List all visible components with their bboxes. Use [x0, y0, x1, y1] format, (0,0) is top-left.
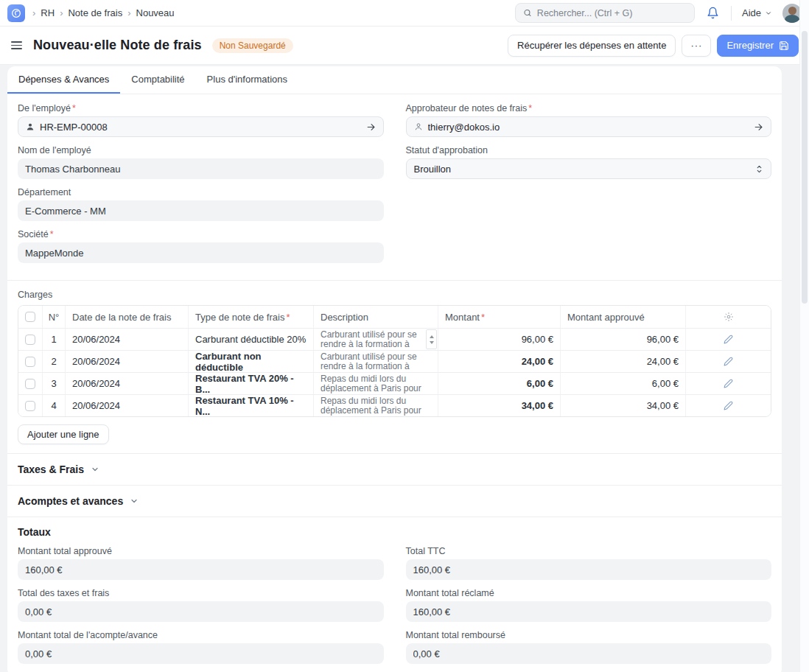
employee-input[interactable]: HR-EMP-00008: [18, 116, 384, 137]
edit-row-pencil-icon[interactable]: [724, 335, 733, 344]
row-checkbox[interactable]: [25, 401, 35, 411]
app-logo[interactable]: [7, 4, 25, 22]
edit-row-pencil-icon[interactable]: [724, 379, 733, 388]
grand-total-value: 160,00 €: [413, 564, 765, 575]
grand-total-input: 160,00 €: [406, 559, 772, 580]
sidebar-toggle-icon[interactable]: [10, 39, 23, 52]
approver-label: Approbateur de notes de frais: [406, 103, 528, 113]
description-cell[interactable]: Carburant utilisé pour se rendre à la fo…: [314, 329, 438, 350]
expense-date-cell[interactable]: 20/06/2024: [66, 329, 189, 350]
amount-cell[interactable]: 96,00 €: [438, 329, 561, 350]
add-row-button[interactable]: Ajouter une ligne: [18, 424, 109, 444]
chevron-down-icon: [130, 497, 139, 505]
row-number: 3: [43, 373, 66, 394]
expense-type-cell[interactable]: Carburant déductible 20%: [189, 329, 314, 350]
follow-link-arrow-icon[interactable]: [754, 122, 763, 132]
description-cell[interactable]: Repas du midi lors du déplacement à Pari…: [314, 373, 438, 394]
breadcrumb-separator: ›: [32, 7, 35, 18]
table-row: 1 20/06/2024 Carburant déductible 20% Ca…: [18, 328, 771, 350]
row-checkbox[interactable]: [25, 335, 35, 345]
section-acomptes-avances[interactable]: Acomptes et avances: [7, 485, 782, 517]
select-all-checkbox[interactable]: [25, 312, 35, 322]
amount-cell[interactable]: 6,00 €: [438, 373, 561, 394]
expense-type-cell[interactable]: Carburant non déductible: [189, 351, 314, 372]
reimbursed-total-field: Montant total remboursé 0,00 €: [406, 630, 772, 664]
employee-name-value: Thomas Charbonneau: [25, 164, 377, 175]
reimbursed-total-value: 0,00 €: [413, 648, 765, 659]
approver-input[interactable]: thierry@dokos.io: [406, 116, 772, 137]
charges-table: N° Date de la note de frais Type de note…: [18, 305, 771, 417]
description-cell[interactable]: Carburant utilisé pour se rendre à la fo…: [314, 351, 438, 372]
employee-name-input: Thomas Charbonneau: [18, 158, 384, 179]
save-button[interactable]: Enregistrer: [717, 35, 799, 57]
expense-type-cell[interactable]: Restaurant TVA 10% - N...: [189, 395, 314, 416]
amount-cell[interactable]: 24,00 €: [438, 351, 561, 372]
employee-label: De l'employé: [18, 103, 71, 113]
required-marker: *: [481, 312, 485, 323]
employee-name-label: Nom de l'employé: [18, 145, 384, 155]
col-expense-date: Date de la note de frais: [66, 306, 189, 328]
required-marker: *: [528, 103, 532, 113]
textarea-scroll-spinner[interactable]: [426, 329, 437, 349]
advance-total-field: Montant total de l'acompte/avance 0,00 €: [18, 630, 384, 664]
approved-total-value: 160,00 €: [25, 564, 377, 575]
approval-status-select[interactable]: Brouillon: [406, 158, 772, 179]
chevron-down-icon: [765, 10, 772, 17]
scrollbar-thumb[interactable]: [802, 31, 808, 304]
description-cell[interactable]: Repas du midi lors du déplacement à Pari…: [314, 395, 438, 416]
search-input[interactable]: [537, 8, 687, 18]
tab-depenses-avances[interactable]: Dépenses & Avances: [7, 66, 120, 94]
approved-total-label: Montant total approuvé: [18, 546, 384, 556]
status-badge: Non Sauvegardé: [212, 38, 293, 53]
col-description: Description: [314, 306, 438, 328]
row-checkbox[interactable]: [25, 357, 35, 367]
company-input: MappeMonde: [18, 242, 384, 263]
section-taxes-frais[interactable]: Taxes & Frais: [7, 453, 782, 485]
breadcrumb-item-rh[interactable]: RH: [41, 7, 55, 18]
row-checkbox[interactable]: [25, 379, 35, 389]
follow-link-arrow-icon[interactable]: [366, 122, 376, 132]
expense-date-cell[interactable]: 20/06/2024: [66, 351, 189, 372]
expense-date-cell[interactable]: 20/06/2024: [66, 395, 189, 416]
tab-plus-informations[interactable]: Plus d'informations: [196, 66, 298, 94]
approved-amount-cell[interactable]: 24,00 €: [561, 351, 686, 372]
reimbursed-total-label: Montant total remboursé: [406, 630, 772, 640]
edit-row-pencil-icon[interactable]: [724, 401, 733, 410]
breadcrumb-separator: ›: [127, 7, 130, 18]
amount-cell[interactable]: 34,00 €: [438, 395, 561, 416]
tab-comptabilite[interactable]: Comptabilité: [120, 66, 195, 94]
reimbursed-total-input: 0,00 €: [406, 643, 772, 664]
required-marker: *: [50, 229, 54, 239]
approved-amount-cell[interactable]: 96,00 €: [561, 329, 686, 350]
row-number: 4: [43, 395, 66, 416]
breadcrumb-item-note-de-frais[interactable]: Note de frais: [68, 7, 122, 18]
taxes-total-field: Total des taxes et frais 0,00 €: [18, 588, 384, 622]
save-button-label: Enregistrer: [726, 40, 774, 51]
claimed-total-label: Montant total réclamé: [406, 588, 772, 598]
user-icon: [414, 122, 423, 131]
page-header: Nouveau·elle Note de frais Non Sauvegard…: [0, 27, 809, 65]
expense-date-cell[interactable]: 20/06/2024: [66, 373, 189, 394]
notifications-bell-icon[interactable]: [705, 5, 721, 21]
grand-total-field: Total TTC 160,00 €: [406, 546, 772, 580]
edit-row-pencil-icon[interactable]: [724, 357, 733, 366]
more-actions-button[interactable]: ···: [682, 35, 711, 57]
expense-type-cell[interactable]: Restaurant TVA 20% - B...: [189, 373, 314, 394]
help-menu[interactable]: Aide: [742, 7, 772, 18]
advance-total-input: 0,00 €: [18, 643, 384, 664]
claimed-total-field: Montant total réclamé 160,00 €: [406, 588, 772, 622]
form-tabs: Dépenses & Avances Comptabilité Plus d'i…: [7, 66, 782, 94]
fetch-pending-expenses-button[interactable]: Récupérer les dépenses en attente: [508, 35, 676, 57]
company-label: Société: [18, 229, 49, 239]
form-card: Dépenses & Avances Comptabilité Plus d'i…: [7, 66, 782, 672]
approved-total-input: 160,00 €: [18, 559, 384, 580]
approved-amount-cell[interactable]: 6,00 €: [561, 373, 686, 394]
required-marker: *: [286, 312, 290, 323]
approved-amount-cell[interactable]: 34,00 €: [561, 395, 686, 416]
grid-settings-gear-icon[interactable]: [724, 312, 734, 322]
global-search[interactable]: [515, 3, 695, 23]
page-scrollbar[interactable]: [799, 0, 809, 672]
row-number: 2: [43, 351, 66, 372]
breadcrumb-separator: ›: [60, 7, 63, 18]
taxes-total-label: Total des taxes et frais: [18, 588, 384, 598]
